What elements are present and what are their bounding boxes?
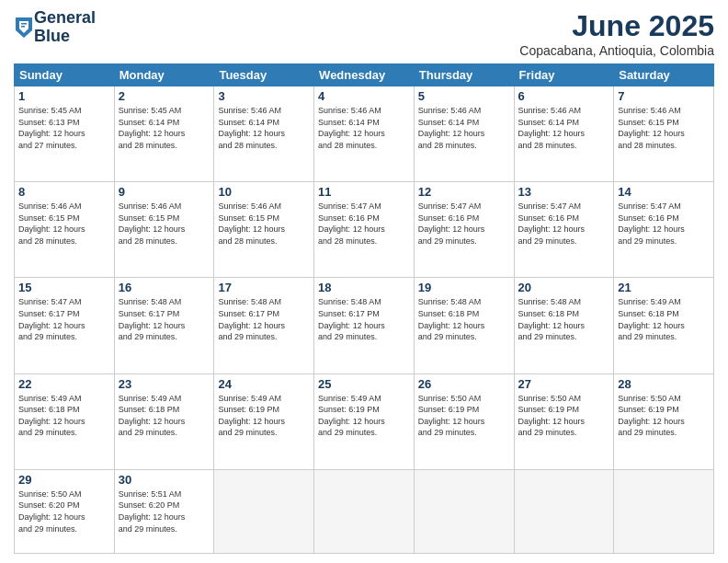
day-number: 20 <box>518 281 610 294</box>
table-row: 9Sunrise: 5:46 AM Sunset: 6:15 PM Daylig… <box>114 182 214 278</box>
table-row: 19Sunrise: 5:48 AM Sunset: 6:18 PM Dayli… <box>414 278 514 373</box>
day-info: Sunrise: 5:49 AM Sunset: 6:18 PM Dayligh… <box>119 393 210 439</box>
svg-rect-3 <box>21 26 25 28</box>
table-row: 17Sunrise: 5:48 AM Sunset: 6:17 PM Dayli… <box>214 278 314 373</box>
table-row: 12Sunrise: 5:47 AM Sunset: 6:16 PM Dayli… <box>414 182 514 278</box>
table-row: 8Sunrise: 5:46 AM Sunset: 6:15 PM Daylig… <box>15 182 115 278</box>
day-number: 25 <box>318 377 410 391</box>
day-info: Sunrise: 5:47 AM Sunset: 6:16 PM Dayligh… <box>518 201 610 247</box>
table-row: 10Sunrise: 5:46 AM Sunset: 6:15 PM Dayli… <box>214 182 314 278</box>
table-row: 20Sunrise: 5:48 AM Sunset: 6:18 PM Dayli… <box>514 278 614 373</box>
month-title: June 2025 <box>519 9 714 43</box>
table-row: 22Sunrise: 5:49 AM Sunset: 6:18 PM Dayli… <box>15 373 115 469</box>
day-number: 11 <box>318 185 410 199</box>
day-info: Sunrise: 5:49 AM Sunset: 6:18 PM Dayligh… <box>18 393 110 439</box>
table-row: 4Sunrise: 5:46 AM Sunset: 6:14 PM Daylig… <box>314 86 415 182</box>
table-row <box>414 469 514 553</box>
day-number: 23 <box>119 377 210 391</box>
day-info: Sunrise: 5:48 AM Sunset: 6:18 PM Dayligh… <box>418 296 510 342</box>
day-info: Sunrise: 5:49 AM Sunset: 6:19 PM Dayligh… <box>318 393 410 439</box>
table-row <box>614 469 714 553</box>
table-row <box>214 469 314 553</box>
subtitle: Copacabana, Antioquia, Colombia <box>519 43 714 58</box>
day-info: Sunrise: 5:46 AM Sunset: 6:14 PM Dayligh… <box>418 105 510 151</box>
table-row: 24Sunrise: 5:49 AM Sunset: 6:19 PM Dayli… <box>214 373 314 469</box>
day-info: Sunrise: 5:49 AM Sunset: 6:18 PM Dayligh… <box>618 296 710 342</box>
col-saturday: Saturday <box>614 64 714 86</box>
day-number: 17 <box>218 281 310 294</box>
day-info: Sunrise: 5:47 AM Sunset: 6:17 PM Dayligh… <box>18 296 110 342</box>
day-number: 21 <box>618 281 710 294</box>
day-number: 27 <box>518 377 610 391</box>
table-row: 28Sunrise: 5:50 AM Sunset: 6:19 PM Dayli… <box>614 373 714 469</box>
day-info: Sunrise: 5:48 AM Sunset: 6:17 PM Dayligh… <box>318 296 410 342</box>
day-number: 15 <box>18 281 110 294</box>
day-number: 1 <box>18 89 110 103</box>
col-tuesday: Tuesday <box>214 64 314 86</box>
day-number: 7 <box>618 89 710 103</box>
title-section: June 2025 Copacabana, Antioquia, Colombi… <box>519 9 714 58</box>
table-row: 27Sunrise: 5:50 AM Sunset: 6:19 PM Dayli… <box>514 373 614 469</box>
day-info: Sunrise: 5:46 AM Sunset: 6:15 PM Dayligh… <box>218 201 310 247</box>
day-info: Sunrise: 5:46 AM Sunset: 6:15 PM Dayligh… <box>18 201 110 247</box>
logo: General Blue <box>14 9 96 46</box>
day-number: 6 <box>518 89 610 103</box>
day-info: Sunrise: 5:48 AM Sunset: 6:17 PM Dayligh… <box>218 296 310 342</box>
day-number: 29 <box>18 473 110 487</box>
header: General Blue June 2025 Copacabana, Antio… <box>14 9 714 58</box>
table-row: 11Sunrise: 5:47 AM Sunset: 6:16 PM Dayli… <box>314 182 415 278</box>
table-row: 18Sunrise: 5:48 AM Sunset: 6:17 PM Dayli… <box>314 278 415 373</box>
day-info: Sunrise: 5:46 AM Sunset: 6:15 PM Dayligh… <box>119 201 210 247</box>
table-row <box>314 469 415 553</box>
day-number: 9 <box>119 185 210 199</box>
day-info: Sunrise: 5:46 AM Sunset: 6:14 PM Dayligh… <box>218 105 310 151</box>
day-info: Sunrise: 5:48 AM Sunset: 6:17 PM Dayligh… <box>119 296 210 342</box>
day-info: Sunrise: 5:46 AM Sunset: 6:15 PM Dayligh… <box>618 105 710 151</box>
day-info: Sunrise: 5:48 AM Sunset: 6:18 PM Dayligh… <box>518 296 610 342</box>
day-info: Sunrise: 5:46 AM Sunset: 6:14 PM Dayligh… <box>518 105 610 151</box>
day-info: Sunrise: 5:49 AM Sunset: 6:19 PM Dayligh… <box>218 393 310 439</box>
table-row: 6Sunrise: 5:46 AM Sunset: 6:14 PM Daylig… <box>514 86 614 182</box>
day-info: Sunrise: 5:46 AM Sunset: 6:14 PM Dayligh… <box>318 105 410 151</box>
table-row: 15Sunrise: 5:47 AM Sunset: 6:17 PM Dayli… <box>15 278 115 373</box>
day-number: 22 <box>18 377 110 391</box>
col-wednesday: Wednesday <box>314 64 415 86</box>
table-row: 5Sunrise: 5:46 AM Sunset: 6:14 PM Daylig… <box>414 86 514 182</box>
svg-rect-2 <box>21 23 27 25</box>
table-row: 3Sunrise: 5:46 AM Sunset: 6:14 PM Daylig… <box>214 86 314 182</box>
day-number: 26 <box>418 377 510 391</box>
day-info: Sunrise: 5:45 AM Sunset: 6:14 PM Dayligh… <box>119 105 210 151</box>
day-info: Sunrise: 5:50 AM Sunset: 6:19 PM Dayligh… <box>618 393 710 439</box>
day-number: 28 <box>618 377 710 391</box>
day-number: 16 <box>119 281 210 294</box>
day-number: 12 <box>418 185 510 199</box>
day-info: Sunrise: 5:50 AM Sunset: 6:20 PM Dayligh… <box>18 488 110 534</box>
col-sunday: Sunday <box>15 64 115 86</box>
day-info: Sunrise: 5:50 AM Sunset: 6:19 PM Dayligh… <box>418 393 510 439</box>
col-thursday: Thursday <box>414 64 514 86</box>
table-row: 1Sunrise: 5:45 AM Sunset: 6:13 PM Daylig… <box>15 86 115 182</box>
table-row: 13Sunrise: 5:47 AM Sunset: 6:16 PM Dayli… <box>514 182 614 278</box>
table-row <box>514 469 614 553</box>
day-info: Sunrise: 5:47 AM Sunset: 6:16 PM Dayligh… <box>318 201 410 247</box>
day-number: 19 <box>418 281 510 294</box>
day-number: 8 <box>18 185 110 199</box>
logo-line2: Blue <box>34 28 96 46</box>
day-number: 18 <box>318 281 410 294</box>
table-row: 23Sunrise: 5:49 AM Sunset: 6:18 PM Dayli… <box>114 373 214 469</box>
col-friday: Friday <box>514 64 614 86</box>
table-row: 2Sunrise: 5:45 AM Sunset: 6:14 PM Daylig… <box>114 86 214 182</box>
day-number: 3 <box>218 89 310 103</box>
calendar-table: Sunday Monday Tuesday Wednesday Thursday… <box>14 63 714 554</box>
day-number: 30 <box>119 473 210 487</box>
day-number: 5 <box>418 89 510 103</box>
day-info: Sunrise: 5:47 AM Sunset: 6:16 PM Dayligh… <box>618 201 710 247</box>
table-row: 21Sunrise: 5:49 AM Sunset: 6:18 PM Dayli… <box>614 278 714 373</box>
table-row: 16Sunrise: 5:48 AM Sunset: 6:17 PM Dayli… <box>114 278 214 373</box>
day-number: 24 <box>218 377 310 391</box>
table-row: 7Sunrise: 5:46 AM Sunset: 6:15 PM Daylig… <box>614 86 714 182</box>
col-monday: Monday <box>114 64 214 86</box>
day-info: Sunrise: 5:47 AM Sunset: 6:16 PM Dayligh… <box>418 201 510 247</box>
logo-text: General Blue <box>34 9 96 46</box>
day-info: Sunrise: 5:50 AM Sunset: 6:19 PM Dayligh… <box>518 393 610 439</box>
